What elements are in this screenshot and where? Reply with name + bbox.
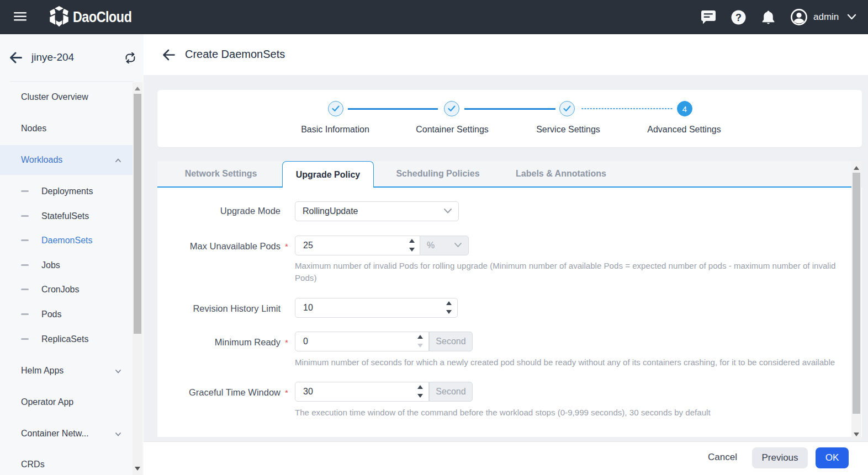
svg-text:?: ?: [735, 12, 742, 23]
